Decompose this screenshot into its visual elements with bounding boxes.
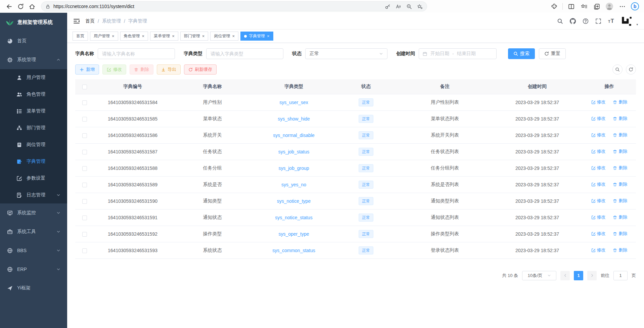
row-edit-button[interactable]: 修改 <box>591 132 606 138</box>
dict-type-link[interactable]: sys_common_status <box>272 248 315 253</box>
refresh-cache-button[interactable]: 刷新缓存 <box>184 64 217 75</box>
password-key-icon[interactable] <box>385 4 390 9</box>
split-screen-icon[interactable] <box>566 1 576 11</box>
row-delete-button[interactable]: 删除 <box>613 181 627 187</box>
tab-close-icon[interactable]: × <box>172 34 175 38</box>
dict-type-link[interactable]: sys_show_hide <box>278 116 310 122</box>
status-select[interactable]: 正常 <box>305 48 387 59</box>
row-edit-button[interactable]: 修改 <box>591 115 606 122</box>
dict-type-link[interactable]: sys_job_status <box>278 149 310 154</box>
font-size-icon[interactable]: TT <box>608 18 614 24</box>
dict-type-link[interactable]: sys_user_sex <box>279 100 308 105</box>
row-checkbox[interactable] <box>82 232 87 237</box>
github-icon[interactable] <box>570 18 576 24</box>
export-button[interactable]: 导出 <box>157 64 181 75</box>
tab-close-icon[interactable]: × <box>267 34 270 38</box>
reset-button[interactable]: 重置 <box>539 48 566 59</box>
tab-close-icon[interactable]: × <box>142 34 145 38</box>
row-delete-button[interactable]: 删除 <box>613 214 627 220</box>
row-edit-button[interactable]: 修改 <box>591 181 606 187</box>
search-icon[interactable] <box>557 18 563 24</box>
edit-button[interactable]: 修改 <box>102 64 126 75</box>
sidebar-item-param-setting[interactable]: 参数设置 <box>0 170 67 187</box>
user-menu-caret-icon[interactable]: ▾ <box>636 23 638 26</box>
address-bar[interactable]: https://ccnetcore.com:1101/system/dict <box>41 1 427 11</box>
refresh-table-button[interactable] <box>626 64 636 75</box>
sidebar-item-system-tools[interactable]: 系统工具 <box>0 222 67 241</box>
row-edit-button[interactable]: 修改 <box>591 231 606 237</box>
zoom-out-icon[interactable] <box>406 4 412 9</box>
row-delete-button[interactable]: 删除 <box>613 99 627 105</box>
collections-icon[interactable] <box>592 1 602 11</box>
more-icon[interactable] <box>617 1 627 11</box>
row-checkbox[interactable] <box>82 166 87 171</box>
breadcrumb-home[interactable]: 首页 <box>85 18 95 24</box>
row-edit-button[interactable]: 修改 <box>591 214 606 220</box>
row-edit-button[interactable]: 修改 <box>591 198 606 204</box>
sidebar-item-post-manage[interactable]: 岗位管理 <box>0 136 67 153</box>
add-button[interactable]: 新增 <box>75 64 99 75</box>
fullscreen-icon[interactable] <box>595 18 601 24</box>
breadcrumb-section[interactable]: 系统管理 <box>102 18 121 24</box>
sidebar-item-log-manage[interactable]: 日志管理 <box>0 187 67 203</box>
dict-type-link[interactable]: sys_oper_type <box>278 231 309 237</box>
profile-avatar[interactable] <box>604 1 614 11</box>
row-delete-button[interactable]: 删除 <box>613 115 627 122</box>
row-checkbox[interactable] <box>82 133 87 138</box>
bing-chat-icon[interactable]: b <box>630 1 640 11</box>
back-icon[interactable] <box>4 1 14 11</box>
delete-button[interactable]: 删除 <box>130 64 153 75</box>
tab-dept-manage[interactable]: 部门管理 × <box>180 32 209 41</box>
dict-type-input[interactable] <box>206 48 283 59</box>
row-checkbox[interactable] <box>82 216 87 220</box>
home-icon[interactable] <box>27 1 37 11</box>
row-delete-button[interactable]: 删除 <box>613 132 627 138</box>
goto-page-input[interactable] <box>613 271 628 280</box>
current-page-button[interactable]: 1 <box>574 271 583 280</box>
user-logo[interactable] <box>621 15 632 27</box>
next-page-button[interactable] <box>587 271 597 280</box>
sidebar-item-bbs[interactable]: BBS <box>0 241 67 260</box>
row-edit-button[interactable]: 修改 <box>591 148 606 154</box>
favorites-icon[interactable] <box>579 1 589 11</box>
row-checkbox[interactable] <box>82 150 87 154</box>
sidebar-item-home[interactable]: 首页 <box>0 32 67 50</box>
tab-dict-manage[interactable]: 字典管理 × <box>240 32 273 41</box>
sidebar-item-system-monitor[interactable]: 系统监控 <box>0 203 67 222</box>
row-checkbox[interactable] <box>82 100 87 105</box>
sidebar-item-dept-manage[interactable]: 部门管理 <box>0 120 67 136</box>
row-edit-button[interactable]: 修改 <box>591 99 606 105</box>
sidebar-item-yi-framework[interactable]: Yi框架 <box>0 279 67 297</box>
row-checkbox[interactable] <box>82 117 87 122</box>
tab-role-manage[interactable]: 角色管理 × <box>120 32 148 41</box>
row-checkbox[interactable] <box>82 199 87 204</box>
dict-type-link[interactable]: sys_notice_status <box>275 215 312 220</box>
sidebar-item-user-manage[interactable]: 用户管理 <box>0 69 67 86</box>
sidebar-item-role-manage[interactable]: 角色管理 <box>0 86 67 103</box>
extensions-icon[interactable] <box>549 1 559 11</box>
toggle-search-button[interactable] <box>612 64 623 75</box>
sidebar-item-erp[interactable]: ERP <box>0 260 67 279</box>
row-delete-button[interactable]: 删除 <box>613 198 627 204</box>
read-aloud-icon[interactable] <box>396 4 401 9</box>
favorite-add-icon[interactable] <box>417 4 423 9</box>
tab-close-icon[interactable]: × <box>202 34 205 38</box>
sidebar-item-system-manage[interactable]: 系统管理 <box>0 50 67 69</box>
row-checkbox[interactable] <box>82 248 87 253</box>
prev-page-button[interactable] <box>560 271 570 280</box>
row-delete-button[interactable]: 删除 <box>613 165 627 171</box>
date-range-picker[interactable]: 开始日期 - 结束日期 <box>419 48 497 59</box>
tab-close-icon[interactable]: × <box>232 34 235 38</box>
row-delete-button[interactable]: 删除 <box>613 247 627 253</box>
tab-close-icon[interactable]: × <box>112 34 114 38</box>
tab-post-manage[interactable]: 岗位管理 × <box>210 32 238 41</box>
dict-name-input[interactable] <box>98 48 175 59</box>
dict-type-link[interactable]: sys_yes_no <box>281 182 306 187</box>
page-size-select[interactable]: 10条/页 <box>522 271 556 280</box>
tab-user-manage[interactable]: 用户管理 × <box>90 32 118 41</box>
row-edit-button[interactable]: 修改 <box>591 247 606 253</box>
dict-type-link[interactable]: sys_normal_disable <box>273 133 315 138</box>
dict-type-link[interactable]: sys_notice_type <box>277 198 311 204</box>
help-icon[interactable] <box>583 18 589 24</box>
row-checkbox[interactable] <box>82 183 87 187</box>
